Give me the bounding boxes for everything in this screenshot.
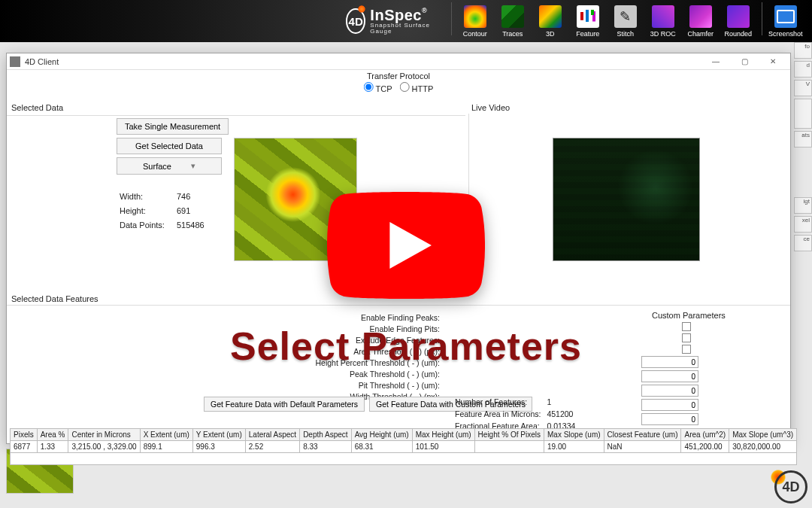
cp-checkbox[interactable] [682, 345, 691, 354]
brand-main: InSpec [370, 7, 422, 23]
logo-text: 4D [774, 470, 807, 503]
frag: d [794, 61, 812, 78]
grid-header[interactable]: Closest Feature (um) [604, 429, 681, 441]
info-key: Width: [120, 190, 175, 203]
contour-icon [464, 5, 486, 28]
tool-label: Contour [463, 30, 487, 38]
cp-input[interactable] [641, 370, 698, 382]
feature-grid[interactable]: Pixels Area % Center in Microns X Extent… [10, 428, 787, 465]
tool-print[interactable]: P [806, 2, 812, 40]
rounded-icon [727, 5, 750, 28]
param-row: Enable Finding Peaks: [177, 312, 440, 324]
tp-radio-tcp[interactable] [364, 82, 374, 92]
param-row: Pit Threshold ( - ) (um): [177, 380, 440, 391]
cp-input[interactable] [641, 399, 698, 411]
grid-cell: 451,200.00 [681, 441, 729, 453]
chamfer-icon [689, 5, 712, 28]
cp-checkbox[interactable] [682, 333, 691, 342]
grid-cell: 8.33 [300, 441, 351, 453]
transfer-protocol: Transfer Protocol TCP HTTP [364, 71, 434, 93]
grid-cell: NaN [604, 441, 681, 453]
right-panel-fragments: fo d V ats igt xel ce [794, 42, 812, 254]
get-selected-data-button[interactable]: Get Selected Data [117, 138, 222, 154]
summary-key: Feature Area in Microns: [455, 409, 545, 419]
frag: igt [794, 197, 812, 214]
tp-option-http[interactable]: HTTP [400, 82, 434, 93]
grid-header[interactable]: Max Height (um) [412, 429, 474, 441]
maximize-button[interactable]: ▢ [730, 54, 759, 69]
window-title: 4D Client [25, 57, 59, 66]
cp-checkbox[interactable] [682, 322, 691, 331]
tool-3d[interactable]: 3D [533, 2, 568, 40]
tp-option-tcp[interactable]: TCP [364, 82, 392, 93]
tool-chamfer[interactable]: Chamfer [683, 2, 718, 40]
grid-header[interactable]: Lateral Aspect [245, 429, 299, 441]
grid-cell: 899.1 [140, 441, 192, 453]
selected-data-controls: Take Single Measurement Get Selected Dat… [117, 118, 229, 178]
tp-opt-label: TCP [376, 84, 392, 93]
live-video-label: Live Video [471, 103, 510, 112]
frag: V [794, 80, 812, 96]
grid-header[interactable]: Height % Of Pixels [474, 429, 544, 441]
tool-traces[interactable]: Traces [495, 2, 530, 40]
grid-cell: 2.52 [245, 441, 299, 453]
grid-header[interactable]: Y Extent (um) [192, 429, 245, 441]
grid-header[interactable]: Area % [37, 429, 68, 441]
tool-stitch[interactable]: Stitch [608, 2, 643, 40]
get-default-button[interactable]: Get Feature Data with Default Parameters [204, 397, 365, 412]
cp-input[interactable] [641, 356, 698, 368]
info-value: 691 [177, 205, 205, 217]
grid-cell: 996.3 [192, 441, 245, 453]
tool-label: 3D [546, 30, 555, 38]
tool-feature[interactable]: Feature [571, 2, 605, 40]
surface-dropdown[interactable]: Surface [117, 157, 222, 175]
overlay-caption: Select Parameters [230, 324, 582, 369]
info-value: 515486 [177, 219, 205, 232]
brand-block: 4D InSpec® Snapshot Surface Gauge [346, 8, 433, 35]
tp-label: Transfer Protocol [364, 71, 434, 81]
grid-header-row: Pixels Area % Center in Microns X Extent… [11, 429, 797, 441]
grid-header[interactable]: Depth Aspect [300, 429, 351, 441]
info-value: 746 [177, 190, 205, 203]
summary-key: Number of Features: [455, 397, 545, 407]
tool-label: Screenshot [768, 30, 803, 38]
app-icon [10, 56, 20, 67]
grid-cell: 1.33 [37, 441, 68, 453]
titlebar[interactable]: 4D Client — ▢ ✕ [7, 53, 790, 70]
grid-data-row[interactable]: 6877 1.33 3,215.00 , 3,329.00 899.1 996.… [11, 441, 797, 453]
cp-input[interactable] [641, 385, 698, 397]
video-play-button[interactable] [327, 189, 485, 302]
tool-3droc[interactable]: 3D ROC [646, 2, 680, 40]
take-measurement-button[interactable]: Take Single Measurement [117, 118, 229, 135]
custom-parameters-label: Custom Parameters [652, 311, 726, 320]
grid-cell: 101.50 [412, 441, 474, 453]
frag: ce [794, 235, 812, 251]
grid-header[interactable]: X Extent (um) [140, 429, 192, 441]
tool-screenshot[interactable]: Screenshot [768, 2, 803, 40]
brand-text: InSpec® Snapshot Surface Gauge [370, 8, 432, 35]
screenshot-icon [774, 5, 797, 28]
tp-opt-label: HTTP [412, 84, 434, 93]
grid-header[interactable]: Pixels [11, 429, 38, 441]
tool-strip: Contour Traces 3D Feature Stitch 3D ROC … [448, 2, 812, 40]
tool-label: Traces [502, 30, 523, 38]
grid-header[interactable]: Avg Height (um) [351, 429, 412, 441]
grid-header[interactable]: Area (um^2) [681, 429, 729, 441]
grid-header[interactable]: Max Slope (um) [544, 429, 604, 441]
3droc-icon [652, 5, 674, 28]
tp-radio-http[interactable] [400, 82, 410, 92]
brand-badge-icon: 4D [346, 8, 365, 34]
grid-cell: 30,820,000.00 [729, 441, 797, 453]
brand-reg: ® [422, 7, 427, 14]
grid-cell [474, 441, 544, 453]
param-row: Peak Threshold ( - ) (um): [177, 369, 440, 380]
tool-rounded[interactable]: Rounded [721, 2, 756, 40]
tool-contour[interactable]: Contour [458, 2, 492, 40]
info-key: Data Points: [120, 219, 175, 232]
grid-header[interactable]: Max Slope (um^3) [729, 429, 797, 441]
cp-input[interactable] [641, 413, 698, 425]
grid-header[interactable]: Center in Microns [68, 429, 140, 441]
close-button[interactable]: ✕ [759, 54, 787, 69]
minimize-button[interactable]: — [701, 54, 730, 69]
tool-label: Rounded [724, 30, 752, 38]
